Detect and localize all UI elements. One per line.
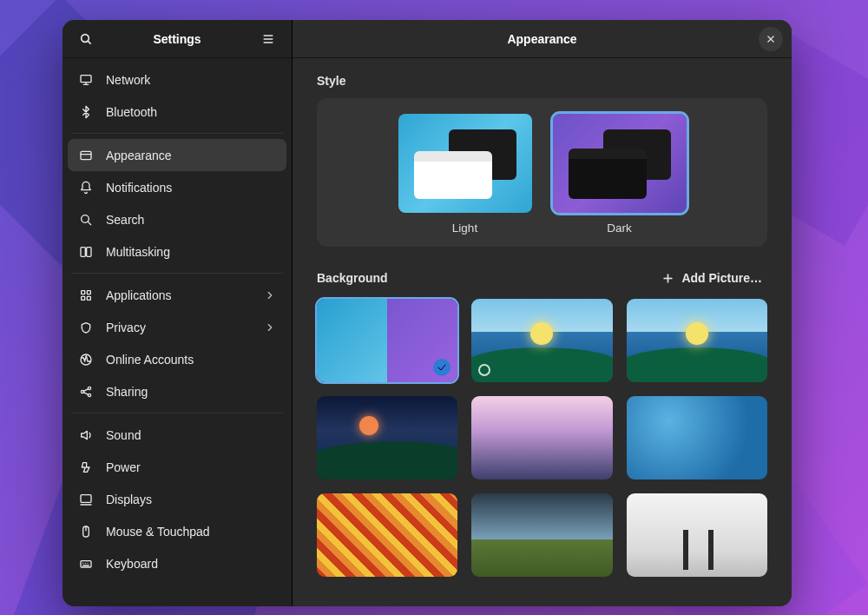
wallpaper-tile-bw[interactable] bbox=[627, 493, 767, 577]
style-heading: Style bbox=[317, 74, 767, 88]
sidebar-item-label: Sound bbox=[106, 428, 276, 442]
sidebar: Settings NetworkBluetoothAppearanceNotif… bbox=[62, 20, 293, 606]
apps-icon bbox=[78, 288, 94, 303]
wallpaper-tile-field[interactable] bbox=[471, 493, 612, 577]
close-button[interactable] bbox=[759, 27, 783, 51]
svg-line-21 bbox=[83, 388, 88, 391]
content-title: Appearance bbox=[507, 32, 576, 46]
svg-rect-11 bbox=[81, 247, 85, 256]
multitask-icon bbox=[78, 244, 94, 260]
sidebar-item-keyboard[interactable]: Keyboard bbox=[68, 547, 286, 579]
content-pane: Appearance Style LightDark Background Ad… bbox=[293, 20, 792, 606]
svg-line-10 bbox=[88, 222, 91, 225]
sidebar-item-displays[interactable]: Displays bbox=[68, 483, 286, 515]
mouse-icon bbox=[78, 524, 94, 539]
style-thumb-dark bbox=[553, 114, 687, 213]
bell-icon bbox=[78, 180, 94, 195]
sidebar-item-bluetooth[interactable]: Bluetooth bbox=[68, 96, 286, 128]
menu-button[interactable] bbox=[255, 26, 281, 52]
add-picture-label: Add Picture… bbox=[681, 271, 762, 285]
settings-window: Settings NetworkBluetoothAppearanceNotif… bbox=[62, 20, 792, 606]
sidebar-separator bbox=[71, 273, 283, 274]
sidebar-separator bbox=[71, 413, 283, 413]
sound-icon bbox=[78, 427, 94, 443]
sidebar-item-label: Power bbox=[106, 460, 276, 474]
style-option-light[interactable]: Light bbox=[398, 114, 532, 235]
power-icon bbox=[78, 460, 94, 475]
sidebar-item-multitasking[interactable]: Multitasking bbox=[68, 235, 286, 268]
svg-rect-13 bbox=[82, 290, 85, 294]
sidebar-item-label: Notifications bbox=[106, 181, 276, 195]
content-body: Style LightDark Background Add Picture… bbox=[293, 58, 792, 606]
background-header: Background Add Picture… bbox=[317, 268, 767, 288]
sidebar-separator bbox=[71, 133, 283, 134]
svg-rect-23 bbox=[81, 494, 91, 502]
sidebar-item-network[interactable]: Network bbox=[68, 63, 286, 96]
svg-rect-16 bbox=[87, 296, 90, 300]
style-option-dark[interactable]: Dark bbox=[553, 114, 687, 235]
wallpaper-tile-blue3d[interactable] bbox=[627, 396, 767, 479]
privacy-icon bbox=[78, 320, 94, 335]
svg-line-22 bbox=[83, 392, 88, 394]
sidebar-nav: NetworkBluetoothAppearanceNotificationsS… bbox=[62, 58, 292, 606]
sidebar-item-power[interactable]: Power bbox=[68, 451, 286, 483]
style-thumb-light bbox=[398, 114, 532, 213]
sidebar-title: Settings bbox=[99, 32, 255, 46]
sidebar-item-sharing[interactable]: Sharing bbox=[68, 375, 286, 407]
displays-icon bbox=[78, 492, 94, 507]
style-card: LightDark bbox=[317, 98, 767, 247]
sidebar-item-label: Displays bbox=[106, 493, 276, 506]
background-grid bbox=[317, 299, 767, 577]
content-header: Appearance bbox=[293, 20, 792, 58]
sidebar-item-label: Mouse & Touchpad bbox=[106, 525, 276, 539]
wallpaper-tile-dusk[interactable] bbox=[317, 396, 457, 479]
svg-rect-8 bbox=[81, 151, 91, 159]
keyboard-icon bbox=[78, 556, 94, 572]
sidebar-item-label: Network bbox=[106, 73, 276, 87]
search-button[interactable] bbox=[73, 26, 99, 52]
add-picture-button[interactable]: Add Picture… bbox=[656, 268, 767, 288]
style-label: Dark bbox=[607, 222, 632, 235]
sidebar-item-label: Appearance bbox=[106, 149, 276, 162]
hamburger-icon bbox=[261, 32, 275, 46]
svg-line-1 bbox=[88, 41, 91, 44]
online-icon bbox=[78, 352, 94, 367]
wallpaper-tile-split[interactable] bbox=[317, 299, 457, 382]
sidebar-item-privacy[interactable]: Privacy bbox=[68, 311, 286, 343]
sidebar-item-label: Sharing bbox=[106, 385, 276, 399]
svg-rect-27 bbox=[81, 560, 91, 566]
sidebar-header: Settings bbox=[62, 20, 292, 58]
sidebar-item-sound[interactable]: Sound bbox=[68, 419, 286, 451]
sidebar-item-appearance[interactable]: Appearance bbox=[68, 139, 286, 171]
sidebar-item-label: Search bbox=[106, 213, 276, 227]
wallpaper-tile-fabric[interactable] bbox=[317, 493, 457, 577]
close-icon bbox=[766, 34, 776, 44]
sidebar-item-label: Multitasking bbox=[106, 245, 276, 259]
sidebar-item-label: Privacy bbox=[106, 321, 252, 334]
sidebar-item-search[interactable]: Search bbox=[68, 203, 286, 235]
svg-rect-12 bbox=[87, 247, 91, 256]
wallpaper-tile-sunset[interactable] bbox=[471, 299, 612, 382]
chevron-right-icon bbox=[264, 321, 276, 334]
sidebar-item-label: Applications bbox=[106, 288, 252, 302]
sidebar-item-label: Bluetooth bbox=[106, 105, 276, 119]
share-icon bbox=[78, 384, 94, 400]
svg-rect-14 bbox=[87, 290, 90, 294]
wallpaper-tile-pink[interactable] bbox=[471, 396, 612, 479]
svg-rect-15 bbox=[82, 296, 85, 300]
sidebar-item-mouse-touchpad[interactable]: Mouse & Touchpad bbox=[68, 515, 286, 547]
sidebar-item-label: Keyboard bbox=[106, 557, 276, 571]
background-heading: Background bbox=[317, 271, 388, 285]
appearance-icon bbox=[78, 148, 94, 163]
search-icon bbox=[78, 212, 94, 228]
bluetooth-icon bbox=[78, 104, 94, 120]
search-icon bbox=[79, 32, 93, 46]
sidebar-item-applications[interactable]: Applications bbox=[68, 279, 286, 311]
monitor-icon bbox=[78, 72, 94, 88]
svg-rect-5 bbox=[81, 75, 91, 82]
wallpaper-tile-sunset2[interactable] bbox=[627, 299, 767, 382]
sidebar-item-notifications[interactable]: Notifications bbox=[68, 171, 286, 203]
sidebar-item-online-accounts[interactable]: Online Accounts bbox=[68, 343, 286, 375]
chevron-right-icon bbox=[264, 289, 276, 301]
sidebar-item-label: Online Accounts bbox=[106, 353, 276, 367]
